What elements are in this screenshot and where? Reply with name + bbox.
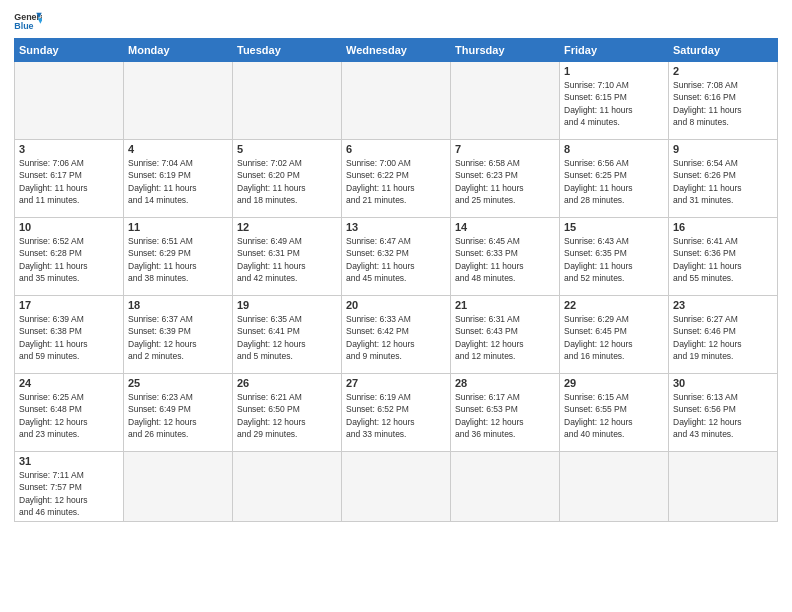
day-info: Sunrise: 6:27 AMSunset: 6:46 PMDaylight:… (673, 313, 773, 362)
weekday-header-friday: Friday (560, 39, 669, 62)
calendar-week-5: 24Sunrise: 6:25 AMSunset: 6:48 PMDayligh… (15, 374, 778, 452)
day-number: 3 (19, 143, 119, 155)
calendar-cell: 9Sunrise: 6:54 AMSunset: 6:26 PMDaylight… (669, 140, 778, 218)
calendar-week-3: 10Sunrise: 6:52 AMSunset: 6:28 PMDayligh… (15, 218, 778, 296)
day-number: 24 (19, 377, 119, 389)
day-number: 15 (564, 221, 664, 233)
svg-text:Blue: Blue (14, 21, 33, 31)
day-info: Sunrise: 7:00 AMSunset: 6:22 PMDaylight:… (346, 157, 446, 206)
calendar-cell: 2Sunrise: 7:08 AMSunset: 6:16 PMDaylight… (669, 62, 778, 140)
day-number: 30 (673, 377, 773, 389)
weekday-header-saturday: Saturday (669, 39, 778, 62)
weekday-header-tuesday: Tuesday (233, 39, 342, 62)
calendar-cell: 14Sunrise: 6:45 AMSunset: 6:33 PMDayligh… (451, 218, 560, 296)
calendar-week-4: 17Sunrise: 6:39 AMSunset: 6:38 PMDayligh… (15, 296, 778, 374)
day-info: Sunrise: 6:35 AMSunset: 6:41 PMDaylight:… (237, 313, 337, 362)
day-info: Sunrise: 7:10 AMSunset: 6:15 PMDaylight:… (564, 79, 664, 128)
calendar-cell: 16Sunrise: 6:41 AMSunset: 6:36 PMDayligh… (669, 218, 778, 296)
day-info: Sunrise: 6:51 AMSunset: 6:29 PMDaylight:… (128, 235, 228, 284)
calendar-cell: 10Sunrise: 6:52 AMSunset: 6:28 PMDayligh… (15, 218, 124, 296)
day-info: Sunrise: 6:15 AMSunset: 6:55 PMDaylight:… (564, 391, 664, 440)
calendar-cell (669, 452, 778, 522)
day-number: 4 (128, 143, 228, 155)
day-info: Sunrise: 6:21 AMSunset: 6:50 PMDaylight:… (237, 391, 337, 440)
day-info: Sunrise: 6:41 AMSunset: 6:36 PMDaylight:… (673, 235, 773, 284)
day-info: Sunrise: 7:08 AMSunset: 6:16 PMDaylight:… (673, 79, 773, 128)
day-info: Sunrise: 6:13 AMSunset: 6:56 PMDaylight:… (673, 391, 773, 440)
calendar-cell: 20Sunrise: 6:33 AMSunset: 6:42 PMDayligh… (342, 296, 451, 374)
day-number: 22 (564, 299, 664, 311)
calendar-cell: 11Sunrise: 6:51 AMSunset: 6:29 PMDayligh… (124, 218, 233, 296)
day-number: 29 (564, 377, 664, 389)
day-info: Sunrise: 6:29 AMSunset: 6:45 PMDaylight:… (564, 313, 664, 362)
weekday-header-wednesday: Wednesday (342, 39, 451, 62)
calendar-cell: 21Sunrise: 6:31 AMSunset: 6:43 PMDayligh… (451, 296, 560, 374)
day-info: Sunrise: 6:17 AMSunset: 6:53 PMDaylight:… (455, 391, 555, 440)
calendar-cell: 3Sunrise: 7:06 AMSunset: 6:17 PMDaylight… (15, 140, 124, 218)
day-number: 1 (564, 65, 664, 77)
day-info: Sunrise: 6:23 AMSunset: 6:49 PMDaylight:… (128, 391, 228, 440)
day-number: 19 (237, 299, 337, 311)
day-number: 28 (455, 377, 555, 389)
calendar-cell: 29Sunrise: 6:15 AMSunset: 6:55 PMDayligh… (560, 374, 669, 452)
day-number: 13 (346, 221, 446, 233)
weekday-header-row: SundayMondayTuesdayWednesdayThursdayFrid… (15, 39, 778, 62)
calendar-cell: 22Sunrise: 6:29 AMSunset: 6:45 PMDayligh… (560, 296, 669, 374)
calendar-cell (342, 62, 451, 140)
day-info: Sunrise: 6:49 AMSunset: 6:31 PMDaylight:… (237, 235, 337, 284)
day-info: Sunrise: 6:25 AMSunset: 6:48 PMDaylight:… (19, 391, 119, 440)
day-number: 9 (673, 143, 773, 155)
day-info: Sunrise: 6:33 AMSunset: 6:42 PMDaylight:… (346, 313, 446, 362)
logo: General Blue (14, 10, 42, 32)
day-number: 25 (128, 377, 228, 389)
day-info: Sunrise: 6:19 AMSunset: 6:52 PMDaylight:… (346, 391, 446, 440)
day-number: 8 (564, 143, 664, 155)
day-info: Sunrise: 6:47 AMSunset: 6:32 PMDaylight:… (346, 235, 446, 284)
calendar-cell (124, 452, 233, 522)
day-info: Sunrise: 7:11 AMSunset: 7:57 PMDaylight:… (19, 469, 119, 518)
calendar-cell: 1Sunrise: 7:10 AMSunset: 6:15 PMDaylight… (560, 62, 669, 140)
calendar-cell: 26Sunrise: 6:21 AMSunset: 6:50 PMDayligh… (233, 374, 342, 452)
day-number: 26 (237, 377, 337, 389)
calendar-cell: 15Sunrise: 6:43 AMSunset: 6:35 PMDayligh… (560, 218, 669, 296)
day-info: Sunrise: 6:54 AMSunset: 6:26 PMDaylight:… (673, 157, 773, 206)
calendar-cell: 24Sunrise: 6:25 AMSunset: 6:48 PMDayligh… (15, 374, 124, 452)
day-info: Sunrise: 6:56 AMSunset: 6:25 PMDaylight:… (564, 157, 664, 206)
calendar-cell: 19Sunrise: 6:35 AMSunset: 6:41 PMDayligh… (233, 296, 342, 374)
calendar-cell: 4Sunrise: 7:04 AMSunset: 6:19 PMDaylight… (124, 140, 233, 218)
calendar-week-2: 3Sunrise: 7:06 AMSunset: 6:17 PMDaylight… (15, 140, 778, 218)
calendar-week-6: 31Sunrise: 7:11 AMSunset: 7:57 PMDayligh… (15, 452, 778, 522)
calendar-cell (15, 62, 124, 140)
day-number: 16 (673, 221, 773, 233)
calendar-cell: 28Sunrise: 6:17 AMSunset: 6:53 PMDayligh… (451, 374, 560, 452)
calendar-cell (451, 62, 560, 140)
day-number: 11 (128, 221, 228, 233)
day-number: 31 (19, 455, 119, 467)
day-number: 7 (455, 143, 555, 155)
day-info: Sunrise: 6:52 AMSunset: 6:28 PMDaylight:… (19, 235, 119, 284)
page-header: General Blue (14, 10, 778, 32)
calendar-cell: 12Sunrise: 6:49 AMSunset: 6:31 PMDayligh… (233, 218, 342, 296)
day-number: 20 (346, 299, 446, 311)
calendar-cell: 7Sunrise: 6:58 AMSunset: 6:23 PMDaylight… (451, 140, 560, 218)
day-number: 2 (673, 65, 773, 77)
day-number: 5 (237, 143, 337, 155)
calendar-table: SundayMondayTuesdayWednesdayThursdayFrid… (14, 38, 778, 522)
day-number: 10 (19, 221, 119, 233)
calendar-cell (451, 452, 560, 522)
day-info: Sunrise: 6:45 AMSunset: 6:33 PMDaylight:… (455, 235, 555, 284)
calendar-cell: 27Sunrise: 6:19 AMSunset: 6:52 PMDayligh… (342, 374, 451, 452)
weekday-header-monday: Monday (124, 39, 233, 62)
calendar-cell: 30Sunrise: 6:13 AMSunset: 6:56 PMDayligh… (669, 374, 778, 452)
calendar-cell: 6Sunrise: 7:00 AMSunset: 6:22 PMDaylight… (342, 140, 451, 218)
calendar-cell: 23Sunrise: 6:27 AMSunset: 6:46 PMDayligh… (669, 296, 778, 374)
day-info: Sunrise: 6:43 AMSunset: 6:35 PMDaylight:… (564, 235, 664, 284)
calendar-cell: 5Sunrise: 7:02 AMSunset: 6:20 PMDaylight… (233, 140, 342, 218)
calendar-cell: 25Sunrise: 6:23 AMSunset: 6:49 PMDayligh… (124, 374, 233, 452)
day-info: Sunrise: 6:58 AMSunset: 6:23 PMDaylight:… (455, 157, 555, 206)
calendar-cell: 18Sunrise: 6:37 AMSunset: 6:39 PMDayligh… (124, 296, 233, 374)
weekday-header-sunday: Sunday (15, 39, 124, 62)
day-number: 27 (346, 377, 446, 389)
calendar-cell: 13Sunrise: 6:47 AMSunset: 6:32 PMDayligh… (342, 218, 451, 296)
calendar-week-1: 1Sunrise: 7:10 AMSunset: 6:15 PMDaylight… (15, 62, 778, 140)
